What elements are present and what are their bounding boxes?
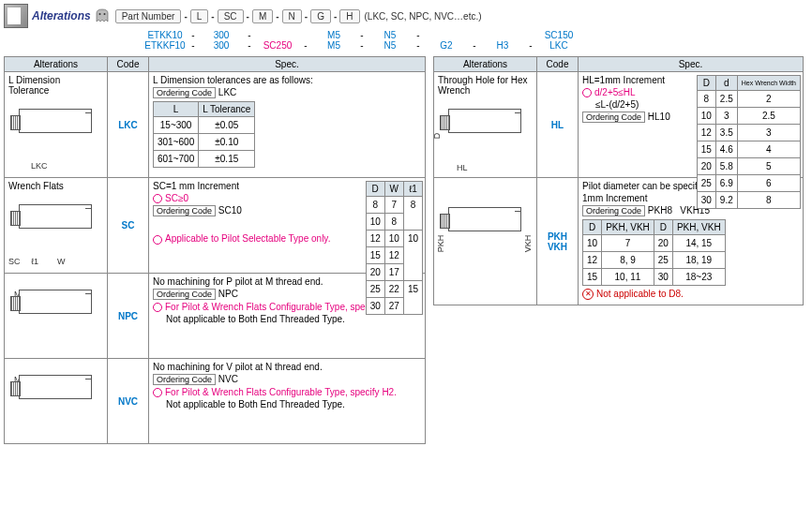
th-spec-r: Spec. xyxy=(579,57,804,72)
c: 10, 11 xyxy=(602,269,654,286)
page-title: Alterations xyxy=(32,9,91,22)
hl-table: DdHex Wrench Width 82.52 1032.5 123.53 1… xyxy=(697,75,801,209)
bc-part-number: Part Number xyxy=(115,9,182,23)
bc-sep: - xyxy=(276,11,278,22)
sc-dw-table: DWℓ1 878 108 121010 1512 2017 252215 302… xyxy=(366,181,423,315)
oc-label: Ordering Code xyxy=(153,289,216,300)
c: 12 xyxy=(697,125,715,141)
ex2-m: M5 xyxy=(313,40,354,51)
c: 12 xyxy=(583,252,602,269)
c: 15 xyxy=(403,281,422,315)
example-rows: ETKK10 - 300 - M5 - N5 - SC150 ETKKF10 -… xyxy=(144,30,808,51)
ex1-m: M5 xyxy=(313,30,354,40)
c: 18~23 xyxy=(672,269,725,286)
hl-diagram: d D HL xyxy=(438,109,532,174)
pkh-code: PKH xyxy=(541,231,574,242)
bc-g: G xyxy=(310,9,331,23)
lkc-name: L Dimension Tolerance xyxy=(8,75,103,96)
lkc-diag-label: LKC xyxy=(31,161,48,171)
lkc-diagram: LKC xyxy=(8,109,102,174)
vkh-code: VKH xyxy=(541,242,574,252)
lkc-th-tol: L Tolerance xyxy=(199,102,255,117)
c: 30 xyxy=(366,298,384,315)
npc-oc-value: NPC xyxy=(218,289,238,299)
c: 14, 15 xyxy=(672,235,725,252)
ex1-opt: SC150 xyxy=(538,30,579,40)
sc-diag-l1: ℓ1 xyxy=(31,257,38,266)
ex-sep: - xyxy=(301,40,310,51)
pkh-diagram: PKH VKH xyxy=(438,207,532,291)
nvc-oc-value: NVC xyxy=(218,374,238,384)
ex-sep: - xyxy=(245,40,254,51)
ex-sep: - xyxy=(526,40,535,51)
bc-l: L xyxy=(190,9,209,23)
th-alterations: Alterations xyxy=(5,57,108,72)
nvc-note2: Not applicable to Both End Threaded Type… xyxy=(153,399,421,409)
th-code: Code xyxy=(108,57,149,72)
nvc-code: NVC xyxy=(108,359,149,444)
lkc-r: 601~700 xyxy=(154,151,199,168)
hl-code: HL xyxy=(537,72,579,178)
c: 10 xyxy=(384,231,403,247)
bc-tail: (LKC, SC, NPC, NVC…etc.) xyxy=(365,11,482,22)
c: 8 xyxy=(366,197,384,214)
c: 8, 9 xyxy=(602,252,654,269)
c: 12 xyxy=(366,231,384,247)
ex2-g: G2 xyxy=(426,40,467,51)
lkc-lead: L Dimension tolerances are as follows: xyxy=(153,75,421,85)
c: 2.5 xyxy=(715,91,737,108)
ex-sep: - xyxy=(357,40,367,51)
sc-note: Applicable to Pilot Selectable Type only… xyxy=(153,233,330,244)
c: 6.9 xyxy=(715,175,737,192)
c: 25 xyxy=(366,281,384,298)
npc-note2: Not applicable to Both End Threaded Type… xyxy=(153,314,421,324)
c: 25 xyxy=(697,175,715,192)
right-column: Alterations Code Spec. Through Hole for … xyxy=(433,56,804,305)
sc-code: SC xyxy=(108,178,149,274)
c: 20 xyxy=(366,264,384,281)
c: 8 xyxy=(403,197,422,231)
c: 20 xyxy=(697,158,715,175)
lkc-r: 301~600 xyxy=(154,134,199,151)
bc-sep: - xyxy=(305,11,308,22)
c: 10 xyxy=(403,231,422,281)
c: 5.8 xyxy=(715,158,737,175)
bc-sc: SC xyxy=(218,9,244,23)
ghost-icon xyxy=(95,8,110,23)
ex2-pn: ETKKF10 xyxy=(144,40,186,51)
c: PKH, VKH xyxy=(672,220,725,235)
nvc-note1: For Pilot & Wrench Flats Configurable Ty… xyxy=(153,387,421,397)
bc-sep: - xyxy=(247,11,249,22)
left-column: Alterations Code Spec. L Dimension Toler… xyxy=(4,56,426,444)
lkc-code: LKC xyxy=(108,72,149,178)
lkc-r: 15~300 xyxy=(154,117,199,134)
sc-diag-sc: SC xyxy=(8,257,21,266)
c: 30 xyxy=(654,269,672,286)
oc-label: Ordering Code xyxy=(153,374,216,385)
sc-oc-value: SC10 xyxy=(218,205,242,216)
c: 7 xyxy=(384,197,403,214)
header-row: Alterations Part Number - L - SC - M - N… xyxy=(4,4,808,28)
pkh-table: DPKH, VKH DPKH, VKH 1072014, 15 128, 925… xyxy=(582,219,726,286)
sc-name: Wrench Flats xyxy=(8,181,103,191)
c: 2 xyxy=(737,91,800,108)
ex1-pn: ETKK10 xyxy=(144,30,186,40)
sc-th: ℓ1 xyxy=(403,182,422,197)
oc-label: Ordering Code xyxy=(153,205,216,216)
c: 3 xyxy=(715,108,737,125)
hl-oc-value: HL10 xyxy=(648,112,670,122)
c: 25 xyxy=(654,252,672,269)
c: 8 xyxy=(697,91,715,108)
oc-label: Ordering Code xyxy=(582,112,645,123)
npc-diagram: M N xyxy=(8,290,102,355)
sc-th: W xyxy=(384,182,403,197)
ex1-n: N5 xyxy=(369,30,411,40)
bc-m: M xyxy=(252,9,273,23)
nvc-diagram: M N xyxy=(8,375,102,440)
oc-label: Ordering Code xyxy=(582,205,645,216)
lkc-r: ±0.10 xyxy=(199,134,255,151)
svg-point-1 xyxy=(103,13,105,15)
row-hl: Through Hole for Hex Wrench d D HL HL HL… xyxy=(434,72,804,178)
th-spec: Spec. xyxy=(149,57,426,72)
lkc-tolerance-table: LL Tolerance 15~300±0.05 301~600±0.10 60… xyxy=(153,101,255,168)
